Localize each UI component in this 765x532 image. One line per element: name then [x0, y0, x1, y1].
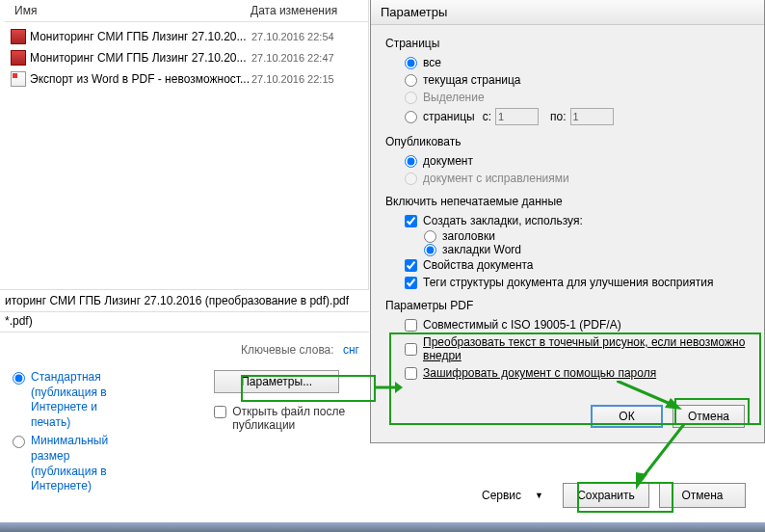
open-after-label[interactable]: Открыть файл после публикации	[232, 405, 369, 432]
optimize-standard-label[interactable]: Стандартная (публикация в Интернете и пе…	[31, 370, 108, 430]
filter-field[interactable]: *.pdf)	[0, 310, 369, 332]
pdfparams-section: Параметры PDF	[385, 299, 750, 312]
bookmarks-checkbox[interactable]	[405, 215, 417, 227]
parameters-button[interactable]: Параметры...	[214, 370, 339, 393]
keywords-label: Ключевые слова:	[241, 343, 334, 357]
file-name: Мониторинг СМИ ГПБ Лизинг 27.10.20...	[30, 51, 251, 65]
file-row[interactable]: Мониторинг СМИ ГПБ Лизинг 27.10.20... 27…	[5, 26, 368, 47]
taskbar	[0, 522, 765, 532]
pages-current-label[interactable]: текущая страница	[423, 73, 521, 87]
nonprint-section: Включить непечатаемые данные	[385, 195, 750, 208]
publish-section: Опубликовать	[385, 135, 750, 148]
pages-selection-radio	[405, 92, 417, 104]
optimize-minimal-label[interactable]: Минимальный размер (публикация в Интерне…	[31, 434, 108, 493]
pages-current-radio[interactable]	[405, 74, 417, 87]
publish-markup-label: документ с исправлениями	[423, 172, 569, 185]
save-options: Ключевые слова: снг Стандартная (публика…	[5, 337, 369, 498]
publish-doc-label[interactable]: документ	[423, 154, 473, 168]
iso-label[interactable]: Совместимый с ISO 19005-1 (PDF/A)	[423, 318, 621, 332]
pages-range-radio[interactable]	[405, 111, 417, 123]
file-date: 27.10.2016 22:47	[251, 52, 334, 64]
dialog-title: Параметры	[371, 0, 764, 25]
service-menu[interactable]: Сервис	[482, 489, 521, 502]
column-name[interactable]: Имя	[5, 4, 251, 17]
file-row[interactable]: Экспорт из Word в PDF - невозможност... …	[5, 68, 368, 90]
ok-button[interactable]: ОК	[591, 405, 663, 428]
pages-all-label[interactable]: все	[423, 56, 441, 69]
publish-markup-radio	[405, 173, 417, 185]
file-row[interactable]: Мониторинг СМИ ГПБ Лизинг 27.10.20... 27…	[5, 47, 368, 68]
file-name: Мониторинг СМИ ГПБ Лизинг 27.10.20...	[30, 30, 251, 43]
file-date: 27.10.2016 22:15	[251, 73, 334, 85]
word-icon	[11, 71, 26, 87]
optimize-standard-radio[interactable]	[13, 372, 25, 385]
word-bookmarks-radio[interactable]	[424, 244, 436, 256]
column-date[interactable]: Дата изменения	[251, 4, 366, 17]
bookmarks-label[interactable]: Создать закладки, используя:	[423, 214, 583, 227]
save-button[interactable]: Сохранить	[563, 483, 649, 508]
open-after-checkbox[interactable]	[214, 406, 226, 418]
iso-checkbox[interactable]	[405, 319, 417, 332]
to-label: по:	[550, 110, 567, 123]
headings-label[interactable]: заголовки	[442, 229, 495, 243]
pdf-icon	[11, 50, 26, 66]
structtags-checkbox[interactable]	[405, 277, 417, 289]
pages-section: Страницы	[385, 37, 750, 50]
dialog-cancel-button[interactable]: Отмена	[673, 405, 745, 428]
encrypt-label[interactable]: Зашифровать документ с помощью пароля	[423, 366, 656, 380]
structtags-label[interactable]: Теги структуры документа для улучшения в…	[423, 276, 713, 289]
file-list-pane: Имя Дата изменения Мониторинг СМИ ГПБ Ли…	[5, 0, 369, 289]
optimize-minimal-radio[interactable]	[13, 436, 25, 448]
parameters-dialog: Параметры Страницы все текущая страница …	[370, 0, 765, 443]
headings-radio[interactable]	[424, 230, 436, 243]
chevron-down-icon[interactable]: ▼	[535, 491, 543, 500]
bitmap-label[interactable]: Преобразовать текст в точечный рисунок, …	[423, 335, 750, 362]
filename-field[interactable]: иторинг СМИ ГПБ Лизинг 27.10.2016 (преоб…	[0, 289, 369, 312]
keywords-value[interactable]: снг	[343, 343, 359, 357]
pages-selection-label: Выделение	[423, 91, 485, 104]
publish-doc-radio[interactable]	[405, 155, 417, 168]
bottom-bar: Сервис ▼ Сохранить Отмена	[482, 483, 746, 508]
pdf-icon	[11, 29, 26, 44]
pages-range-label[interactable]: страницы	[423, 110, 475, 123]
pages-all-radio[interactable]	[405, 57, 417, 69]
from-label: с:	[483, 110, 491, 123]
pages-from-input[interactable]	[495, 108, 539, 125]
file-name: Экспорт из Word в PDF - невозможност...	[30, 72, 251, 86]
pages-to-input[interactable]	[570, 108, 614, 125]
docprops-label[interactable]: Свойства документа	[423, 258, 534, 272]
docprops-checkbox[interactable]	[405, 259, 417, 272]
bitmap-checkbox[interactable]	[405, 343, 417, 356]
encrypt-checkbox[interactable]	[405, 367, 417, 380]
file-date: 27.10.2016 22:54	[251, 31, 334, 42]
word-bookmarks-label[interactable]: закладки Word	[442, 243, 521, 256]
cancel-button[interactable]: Отмена	[659, 483, 746, 508]
